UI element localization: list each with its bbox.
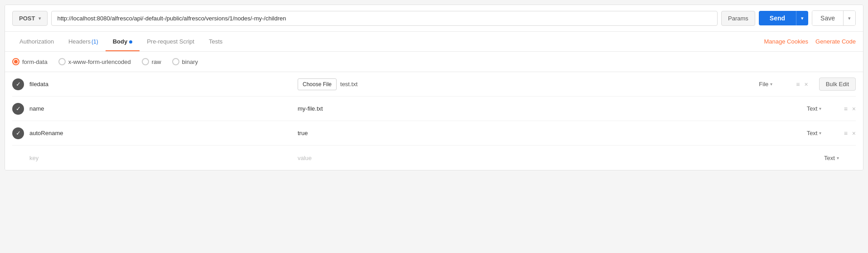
tab-tests[interactable]: Tests	[202, 32, 230, 51]
radio-binary-label: binary	[182, 58, 198, 65]
row-name-actions: ≡ ×	[844, 105, 856, 112]
tab-pre-request[interactable]: Pre-request Script	[140, 32, 202, 51]
checkmark-icon: ✓	[16, 81, 21, 88]
form-table: ✓ filedata Choose File test.txt File ▾ ≡…	[5, 72, 863, 170]
tab-authorization[interactable]: Authorization	[12, 32, 61, 51]
radio-binary-circle	[172, 58, 179, 65]
row-empty-type[interactable]: Text ▾	[824, 155, 856, 161]
radio-raw-circle	[142, 58, 149, 65]
method-label: POST	[19, 15, 35, 22]
row-name-value-area: my-file.txt	[298, 105, 801, 112]
params-button[interactable]: Params	[721, 11, 755, 26]
type-label: File	[759, 81, 768, 88]
tabs-left: Authorization Headers(1) Body Pre-reques…	[12, 32, 764, 51]
row-name-key: name	[29, 102, 292, 116]
method-chevron-icon: ▾	[39, 16, 41, 21]
row-empty-checkbox[interactable]	[12, 152, 24, 164]
save-button[interactable]: Save	[812, 11, 843, 25]
form-row-filedata: ✓ filedata Choose File test.txt File ▾ ≡…	[12, 72, 856, 97]
row-empty-key: key	[29, 151, 292, 165]
row-autorename-actions: ≡ ×	[844, 130, 856, 137]
radio-form-data-circle	[12, 58, 19, 65]
send-group: Send ▾	[759, 11, 808, 25]
body-dot	[129, 40, 132, 44]
tab-body[interactable]: Body	[106, 32, 140, 51]
radio-binary[interactable]: binary	[172, 58, 198, 65]
row-autorename-checkbox[interactable]: ✓	[12, 127, 24, 139]
type-label: Text	[824, 155, 835, 161]
send-dropdown-button[interactable]: ▾	[796, 11, 808, 25]
tabs-right: Manage Cookies Generate Code	[764, 32, 856, 51]
row-menu-icon[interactable]: ≡	[796, 81, 800, 88]
checkmark-icon: ✓	[16, 105, 21, 112]
generate-code-link[interactable]: Generate Code	[815, 32, 856, 51]
form-row-empty: key value Text ▾	[12, 146, 856, 170]
row-close-icon[interactable]: ×	[805, 81, 808, 88]
row-name-value: my-file.txt	[298, 105, 323, 112]
radio-urlencoded-circle	[58, 58, 66, 65]
row-filedata-checkbox[interactable]: ✓	[12, 78, 24, 90]
type-chevron-icon: ▾	[837, 156, 839, 161]
row-filedata-key: filedata	[29, 77, 292, 91]
bulk-edit-button[interactable]: Bulk Edit	[819, 78, 856, 91]
radio-raw[interactable]: raw	[142, 58, 161, 65]
row-autorename-value-area: true	[298, 130, 801, 136]
file-name-label: test.txt	[340, 81, 357, 88]
app-container: POST ▾ Params Send ▾ Save ▾ Authorizatio…	[5, 5, 863, 170]
row-name-checkbox[interactable]: ✓	[12, 103, 24, 115]
method-selector[interactable]: POST ▾	[12, 11, 48, 26]
tab-bar: Authorization Headers(1) Body Pre-reques…	[5, 32, 863, 52]
body-options: form-data x-www-form-urlencoded raw bina…	[5, 52, 863, 72]
send-button[interactable]: Send	[759, 11, 796, 25]
headers-badge: (1)	[92, 39, 98, 45]
checkmark-icon: ✓	[16, 130, 21, 136]
radio-raw-label: raw	[152, 58, 161, 65]
row-filedata-type[interactable]: File ▾	[759, 81, 791, 88]
row-close-icon[interactable]: ×	[852, 130, 856, 137]
form-row-autorename: ✓ autoRename true Text ▾ ≡ ×	[12, 121, 856, 146]
manage-cookies-link[interactable]: Manage Cookies	[764, 32, 809, 51]
row-menu-icon[interactable]: ≡	[844, 106, 848, 112]
type-chevron-icon: ▾	[770, 82, 772, 87]
save-group: Save ▾	[812, 10, 856, 26]
type-chevron-icon: ▾	[819, 131, 821, 136]
url-input[interactable]	[51, 11, 718, 26]
row-menu-icon[interactable]: ≡	[844, 130, 848, 136]
row-autorename-type[interactable]: Text ▾	[807, 130, 839, 136]
row-filedata-value-area: Choose File test.txt	[298, 78, 753, 90]
row-close-icon[interactable]: ×	[852, 105, 856, 112]
row-name-type[interactable]: Text ▾	[807, 105, 839, 112]
row-empty-value: value	[298, 155, 312, 161]
type-chevron-icon: ▾	[819, 106, 821, 111]
row-autorename-value: true	[298, 130, 308, 136]
radio-form-data[interactable]: form-data	[12, 58, 48, 65]
radio-form-data-label: form-data	[22, 58, 48, 65]
form-row-name: ✓ name my-file.txt Text ▾ ≡ ×	[12, 97, 856, 121]
type-label: Text	[807, 130, 818, 136]
row-filedata-actions: ≡ ×	[796, 81, 808, 88]
top-bar: POST ▾ Params Send ▾ Save ▾	[5, 5, 863, 32]
row-empty-value-area: value	[298, 155, 819, 161]
choose-file-button[interactable]: Choose File	[298, 78, 337, 90]
save-dropdown-button[interactable]: ▾	[843, 11, 855, 25]
radio-urlencoded-label: x-www-form-urlencoded	[68, 58, 131, 65]
row-autorename-key: autoRename	[29, 126, 292, 140]
tab-headers[interactable]: Headers(1)	[61, 32, 106, 51]
type-label: Text	[807, 105, 818, 112]
radio-urlencoded[interactable]: x-www-form-urlencoded	[58, 58, 131, 65]
